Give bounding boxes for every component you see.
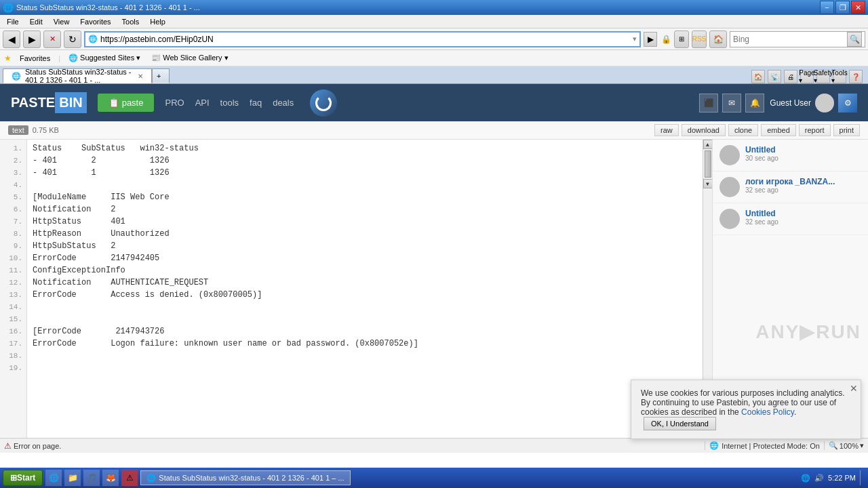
code-line-3: - 401 1 1326 (33, 167, 697, 179)
active-tab[interactable]: 🌐 Status SubStatus win32-status - 401 2 … (3, 68, 152, 83)
compat-btn[interactable]: ⊞ (674, 30, 689, 48)
nav-tools[interactable]: tools (220, 98, 239, 108)
menu-edit[interactable]: Edit (24, 16, 48, 27)
start-button[interactable]: ⊞ Start (3, 470, 43, 486)
tab-close-button[interactable]: ✕ (138, 73, 143, 80)
status-error: ⚠ Error on page. (4, 441, 705, 451)
go-button[interactable]: ▶ (644, 32, 657, 47)
paste-actions: raw download clone embed report print (654, 124, 860, 136)
user-action-icon[interactable]: ⚙ (838, 94, 857, 113)
refresh-button[interactable]: ↻ (64, 30, 81, 48)
code-line-14 (33, 301, 697, 313)
sidebar-item-3[interactable]: Untitled 32 sec ago (713, 203, 868, 235)
header-icon-1[interactable]: ⬛ (699, 94, 718, 113)
nav-api[interactable]: API (195, 98, 210, 108)
ln-14: 14. (0, 301, 26, 313)
tab-toolbar-home[interactable]: 🏠 (751, 70, 765, 83)
code-line-8: HttpReason Unauthorized (33, 228, 697, 240)
sidebar-avatar-3 (719, 209, 740, 229)
taskbar-warning-icon[interactable]: ⚠ (121, 470, 138, 486)
search-input[interactable] (733, 35, 847, 44)
ln-15: 15. (0, 313, 26, 325)
cookie-ok-button[interactable]: OK, I Understand (644, 417, 716, 430)
tab-label: Status SubStatus win32-status - 401 2 13… (25, 68, 134, 84)
header-icons: ⬛ ✉ 🔔 (699, 94, 764, 113)
tab-toolbar-page[interactable]: Page ▾ (800, 70, 814, 83)
menu-file[interactable]: File (1, 16, 24, 27)
suggested-sites[interactable]: 🌐 Suggested Sites ▾ (66, 52, 143, 64)
code-line-1: Status SubStatus win32-status (33, 142, 697, 155)
search-button[interactable]: 🔍 (847, 32, 862, 47)
menu-tools[interactable]: Tools (117, 16, 145, 27)
sidebar-item-2[interactable]: логи игрока _BANZA... 32 sec ago (713, 171, 868, 203)
ln-7: 7. (0, 216, 26, 228)
clone-button[interactable]: clone (728, 124, 758, 136)
sidebar-paste-info-1: Untitled 30 sec ago (745, 145, 861, 162)
scroll-down-button[interactable]: ▼ (703, 179, 713, 188)
back-button[interactable]: ◀ (3, 30, 20, 48)
forward-button[interactable]: ▶ (23, 30, 41, 48)
cookies-policy-link[interactable]: Cookies Policy (741, 407, 794, 417)
sidebar-paste-info-2: логи игрока _BANZA... 32 sec ago (745, 177, 861, 194)
code-line-17: ErrorCode Logon failure: unknown user na… (33, 338, 697, 350)
status-zoom: 🔍 100% ▾ (824, 441, 864, 450)
paste-button[interactable]: 📋 paste (98, 94, 155, 112)
taskbar-firefox-icon[interactable]: 🦊 (102, 470, 119, 486)
dropdown-arrow-icon[interactable]: ▾ (633, 35, 637, 43)
nav-faq[interactable]: faq (250, 98, 262, 108)
tab-toolbar-feeds[interactable]: 📡 (768, 70, 781, 83)
home-btn[interactable]: 🏠 (709, 30, 727, 48)
favorites-label[interactable]: Favorites (17, 53, 53, 64)
taskbar-right: 🌐 🔊 5:22 PM (801, 470, 865, 485)
code-line-7: HttpStatus 401 (33, 216, 697, 228)
code-line-5: [ModuleName IIS Web Core (33, 191, 697, 203)
code-line-12: Notification AUTHENTICATE_REQUEST (33, 277, 697, 289)
tab-bar: 🌐 Status SubStatus win32-status - 401 2 … (0, 66, 868, 84)
nav-deals[interactable]: deals (273, 98, 294, 108)
taskbar: ⊞ Start 🌐 📁 🎵 🦊 ⚠ 🌐 Status SubStatus win… (0, 468, 868, 488)
cookie-close-button[interactable]: ✕ (850, 383, 858, 394)
pastebin-header: PASTEBIN 📋 paste PRO API tools faq deals… (0, 84, 868, 121)
report-button[interactable]: report (799, 124, 831, 136)
stop-button[interactable]: ✕ (43, 30, 61, 48)
taskbar-ie-icon[interactable]: 🌐 (45, 470, 62, 486)
taskbar-show-desktop[interactable] (860, 470, 865, 485)
download-button[interactable]: download (682, 124, 726, 136)
header-icon-3[interactable]: 🔔 (745, 94, 764, 113)
ln-16: 16. (0, 325, 26, 338)
close-button[interactable]: ✕ (851, 1, 865, 14)
embed-button[interactable]: embed (761, 124, 796, 136)
menu-help[interactable]: Help (144, 16, 171, 27)
sidebar-paste-title-3: Untitled (745, 209, 861, 218)
print-button[interactable]: print (833, 124, 860, 136)
header-icon-2[interactable]: ✉ (722, 94, 741, 113)
header-right: ⬛ ✉ 🔔 Guest User ⚙ (699, 94, 857, 113)
cookie-text-2: . (794, 407, 796, 417)
address-input[interactable] (100, 35, 633, 44)
scroll-up-button[interactable]: ▲ (703, 140, 713, 149)
nav-pro[interactable]: PRO (165, 98, 184, 108)
sidebar-item-1[interactable]: Untitled 30 sec ago (713, 140, 868, 171)
tab-toolbar-print[interactable]: 🖨 (784, 70, 797, 83)
zoom-arrow[interactable]: ▾ (860, 441, 864, 450)
web-slice-gallery[interactable]: 📰 Web Slice Gallery ▾ (149, 52, 231, 64)
taskbar-active-item[interactable]: 🌐 Status SubStatus win32-status - 401 2 … (140, 470, 350, 485)
sidebar-avatar-2 (719, 177, 740, 197)
taskbar-media-icon[interactable]: 🎵 (83, 470, 100, 486)
zoom-out-icon[interactable]: 🔍 (829, 441, 838, 450)
minimize-button[interactable]: − (820, 1, 834, 14)
tab-toolbar-tools[interactable]: Tools ▾ (833, 70, 846, 83)
menu-favorites[interactable]: Favorites (75, 16, 116, 27)
taskbar-folder-icon[interactable]: 📁 (64, 470, 81, 486)
tab-toolbar-help[interactable]: ❓ (849, 70, 863, 83)
menu-view[interactable]: View (48, 16, 75, 27)
rss-btn[interactable]: RSS (692, 30, 707, 48)
ln-13: 13. (0, 289, 26, 301)
paste-type-badge: text (8, 125, 28, 135)
scroll-thumb[interactable] (705, 150, 711, 178)
restore-button[interactable]: ❐ (835, 1, 850, 14)
tab-toolbar-safety[interactable]: Safety ▾ (816, 70, 830, 83)
new-tab-button[interactable]: + (152, 68, 170, 83)
raw-button[interactable]: raw (654, 124, 679, 136)
ln-6: 6. (0, 203, 26, 216)
